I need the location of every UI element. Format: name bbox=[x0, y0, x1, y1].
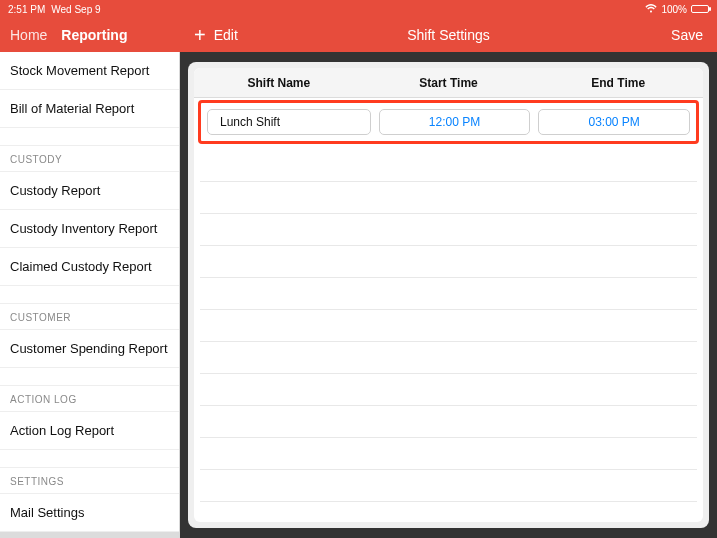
add-icon[interactable]: + bbox=[194, 25, 206, 45]
panel: Shift Name Start Time End Time Lunch Shi… bbox=[188, 62, 709, 528]
status-date: Wed Sep 9 bbox=[51, 4, 100, 15]
status-bar: 2:51 PM Wed Sep 9 100% bbox=[0, 0, 717, 18]
page-title: Shift Settings bbox=[407, 27, 490, 43]
save-button[interactable]: Save bbox=[671, 27, 703, 43]
sidebar[interactable]: Stock Movement ReportBill of Material Re… bbox=[0, 52, 180, 538]
sidebar-item[interactable]: Claimed Custody Report bbox=[0, 248, 179, 286]
sidebar-section-header: SETTINGS bbox=[0, 468, 179, 494]
edit-button[interactable]: Edit bbox=[214, 27, 238, 43]
home-link[interactable]: Home bbox=[10, 27, 47, 43]
sidebar-item[interactable]: Customer Spending Report bbox=[0, 330, 179, 368]
battery-percent: 100% bbox=[661, 4, 687, 15]
sidebar-section-header: ACTION LOG bbox=[0, 386, 179, 412]
shift-table: Shift Name Start Time End Time Lunch Shi… bbox=[194, 68, 703, 522]
col-shift-name: Shift Name bbox=[194, 76, 364, 90]
reporting-title: Reporting bbox=[61, 27, 127, 43]
table-rule-lines bbox=[200, 150, 697, 516]
sidebar-item[interactable]: Mail Settings bbox=[0, 494, 179, 532]
status-time: 2:51 PM bbox=[8, 4, 45, 15]
sidebar-item[interactable]: Shift Settings bbox=[0, 532, 179, 538]
start-time-value: 12:00 PM bbox=[429, 115, 480, 129]
sidebar-section-header: CUSTODY bbox=[0, 146, 179, 172]
topbar-right: + Edit Shift Settings Save bbox=[180, 18, 717, 52]
col-start-time: Start Time bbox=[364, 76, 534, 90]
sidebar-item[interactable]: Stock Movement Report bbox=[0, 52, 179, 90]
topbar-left: Home Reporting bbox=[0, 18, 180, 52]
sidebar-item[interactable]: Bill of Material Report bbox=[0, 90, 179, 128]
col-end-time: End Time bbox=[533, 76, 703, 90]
wifi-icon bbox=[645, 4, 657, 15]
shift-name-input[interactable]: Lunch Shift bbox=[207, 109, 371, 135]
sidebar-item[interactable]: Custody Report bbox=[0, 172, 179, 210]
battery-icon bbox=[691, 5, 709, 13]
shift-row-highlighted: Lunch Shift 12:00 PM 03:00 PM bbox=[198, 100, 699, 144]
start-time-input[interactable]: 12:00 PM bbox=[379, 109, 531, 135]
sidebar-section-header: CUSTOMER bbox=[0, 304, 179, 330]
sidebar-item[interactable]: Action Log Report bbox=[0, 412, 179, 450]
sidebar-item[interactable]: Custody Inventory Report bbox=[0, 210, 179, 248]
shift-name-value: Lunch Shift bbox=[220, 115, 280, 129]
end-time-value: 03:00 PM bbox=[588, 115, 639, 129]
end-time-input[interactable]: 03:00 PM bbox=[538, 109, 690, 135]
main-area: Shift Name Start Time End Time Lunch Shi… bbox=[180, 52, 717, 538]
table-header: Shift Name Start Time End Time bbox=[194, 68, 703, 98]
topbar: Home Reporting + Edit Shift Settings Sav… bbox=[0, 18, 717, 52]
